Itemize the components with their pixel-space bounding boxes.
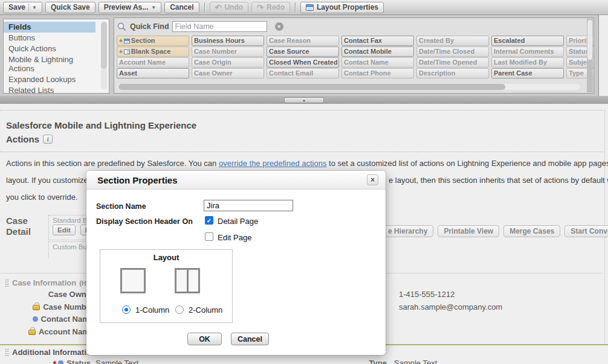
sidebar-scrollbar-thumb[interactable] [101,22,107,69]
quick-find-clear-icon[interactable]: × [275,22,283,31]
palette-horizontal-scrollbar-thumb[interactable] [118,84,505,90]
section-icon [124,39,130,43]
sidebar-scrollbar[interactable] [101,22,107,89]
detail-page-checkbox[interactable]: ✓ [205,216,213,225]
field-label-case-number[interactable]: Case Number [0,302,94,311]
required-dot-icon [33,316,38,322]
detail-page-buttons: e Hierarchy Printable View Merge Cases S… [382,225,608,237]
field-label-account-name[interactable]: Account Name [0,327,94,336]
preview-as-button[interactable]: Preview As... ▼ [99,2,162,13]
blank-space-icon [124,49,130,54]
one-column-radio-label[interactable]: 1-Column [135,305,169,315]
required-dot-icon [58,360,63,364]
dialog-header[interactable]: Section Properties × [86,171,386,190]
sidebar-item-fields[interactable]: Fields [4,22,95,33]
palette-item-created-by[interactable]: Created By [416,36,489,46]
palette-item-contact-phone[interactable]: Contact Phone [341,68,414,78]
sidebar-item-buttons[interactable]: Buttons [4,33,95,43]
quick-save-button[interactable]: Quick Save [45,2,95,13]
palette-item-blank-space[interactable]: +Blank Space [117,46,189,57]
check-icon: ✓ [207,217,212,224]
section-name-input[interactable] [204,200,293,211]
two-column-radio[interactable] [175,305,184,314]
actions-description-line2-right: e layout, then this section inherits tha… [389,176,608,185]
sidebar-item-related-lists[interactable]: Related Lists [4,85,95,94]
palette-item-contact-mobile[interactable]: Contact Mobile [341,46,414,57]
case-detail-title-line1: Case [6,216,28,226]
sample-phone-value: 1-415-555-1212 [399,290,455,299]
palette-item-internal-comments[interactable]: Internal Comments [491,46,564,57]
merge-cases-button[interactable]: Merge Cases [503,225,560,237]
palette-item-contact-name[interactable]: Contact Name [341,57,414,68]
search-icon [117,22,127,32]
detail-page-checkbox-label[interactable]: Detail Page [218,217,258,226]
layout-properties-button[interactable]: Layout Properties [300,2,384,13]
palette-item-account-name[interactable]: Account Name [117,57,189,68]
palette-item-case-origin[interactable]: Case Origin [192,57,264,68]
palette-item-case-source[interactable]: Case Source [267,46,339,57]
override-predefined-actions-link[interactable]: override the predefined actions [219,159,327,168]
palette-item-date-time-opened[interactable]: Date/Time Opened [416,57,489,68]
cancel-button-dialog[interactable]: Cancel [231,333,269,345]
start-conversation-button[interactable]: Start Conversation [564,225,608,237]
toolbar-divider [295,2,296,13]
two-column-radio-label[interactable]: 2-Column [189,305,222,315]
palette-horizontal-scrollbar[interactable] [117,84,580,90]
ok-button[interactable]: OK [187,333,222,345]
palette-item-case-reason[interactable]: Case Reason [267,36,339,46]
field-label-status[interactable]: *Status [0,359,91,364]
save-button[interactable]: Save ▼ [3,2,42,13]
close-icon[interactable]: × [367,174,378,185]
section-divider [0,152,603,152]
sidebar-item-expanded-lookups[interactable]: Expanded Lookups [4,74,95,85]
field-label-contact-name[interactable]: Contact Name [0,315,94,324]
printable-view-button[interactable]: Printable View [438,225,499,237]
save-caret-icon[interactable]: ▼ [32,5,37,10]
required-asterisk-icon: * [53,359,56,364]
preview-as-caret-icon: ▼ [151,5,156,10]
edit-page-checkbox-label[interactable]: Edit Page [218,233,251,242]
palette-vertical-scrollbar-thumb[interactable] [587,20,592,60]
field-label-case-owner[interactable]: Case Owner [0,290,94,299]
palette-right-gutter [599,15,608,96]
sidebar-item-quick-actions[interactable]: Quick Actions [4,43,95,54]
one-column-preview [120,268,146,293]
actions-description-line3: you click to override. [6,193,78,202]
palette-vertical-scrollbar[interactable] [587,19,593,92]
redo-button: ↷ Redo [251,2,290,13]
case-hierarchy-button[interactable]: e Hierarchy [382,225,433,237]
palette-sidebar: Fields Buttons Quick Actions Mobile & Li… [3,19,109,94]
palette-item-asset[interactable]: Asset [117,68,189,78]
dialog-title: Section Properties [97,175,178,185]
edit-page-checkbox[interactable] [205,232,213,241]
palette-item-last-modified-by[interactable]: Last Modified By [491,57,564,68]
sidebar-item-mobile-lightning-actions[interactable]: Mobile & Lightning Actions [4,54,95,74]
palette-item-description[interactable]: Description [416,68,489,78]
palette-item-contact-email[interactable]: Contact Email [267,68,339,78]
edit-button[interactable]: Edit [53,225,76,235]
palette-item-escalated[interactable]: Escalated [491,36,564,46]
info-icon[interactable]: i [43,135,53,144]
one-column-radio[interactable] [122,305,131,314]
cancel-button[interactable]: Cancel [164,2,199,13]
palette-item-parent-case[interactable]: Parent Case [491,68,564,78]
collapse-handle[interactable]: ▲ [284,97,324,103]
field-label-type[interactable]: Type [326,359,387,364]
section-name-label: Section Name [96,202,146,211]
palette-item-contact-fax[interactable]: Contact Fax [341,36,414,46]
palette-collapse-bar: ▲ [0,96,608,104]
undo-icon: ↶ [215,4,222,11]
quick-find-input[interactable] [172,21,267,32]
palette-item-section[interactable]: +Section [117,36,189,46]
drag-handle-icon[interactable] [5,348,9,356]
actions-description-line2-left: layout. If you customize t [6,176,88,185]
palette-item-closed-when-created[interactable]: Closed When Created [267,57,339,68]
palette-item-case-number[interactable]: Case Number [192,46,264,57]
palette-item-business-hours[interactable]: Business Hours [192,36,264,46]
lock-icon [33,305,40,310]
layout-fieldset: Layout 1-Column 2-Column [100,249,233,323]
palette-item-date-time-closed[interactable]: Date/Time Closed [416,46,489,57]
case-detail-title-line2: Detail [6,226,31,237]
palette-item-case-owner[interactable]: Case Owner [192,68,264,78]
drag-handle-icon[interactable] [5,279,9,287]
